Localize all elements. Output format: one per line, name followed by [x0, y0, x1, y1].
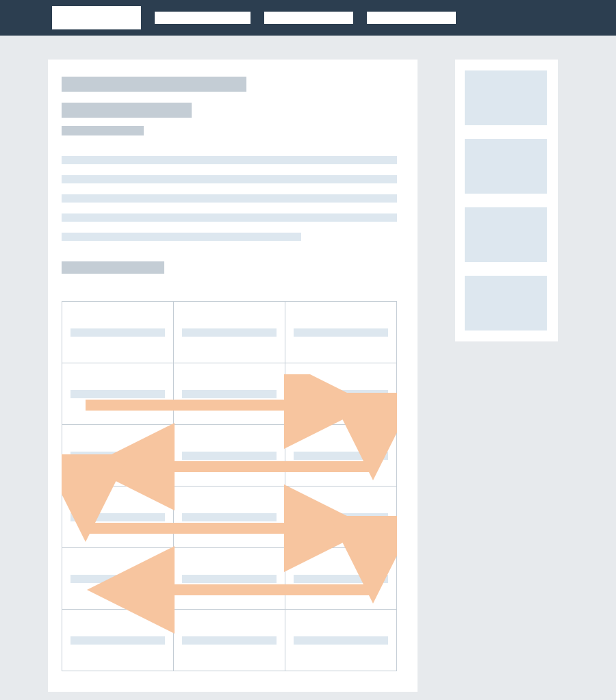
body-line	[62, 156, 397, 164]
cell-placeholder	[70, 636, 165, 645]
table-cell	[174, 610, 285, 671]
table-cell	[174, 363, 285, 425]
meta-placeholder	[62, 126, 144, 135]
table-row	[62, 548, 397, 610]
nav-item-1[interactable]	[155, 12, 251, 24]
nav-item-3[interactable]	[367, 12, 456, 24]
logo-placeholder[interactable]	[52, 6, 141, 29]
cell-placeholder	[182, 328, 277, 337]
cell-placeholder	[70, 513, 165, 521]
table-cell	[174, 548, 285, 610]
table-cell	[174, 487, 285, 548]
table-cell	[285, 548, 397, 610]
table-row	[62, 487, 397, 548]
page-body	[0, 36, 616, 692]
cell-placeholder	[182, 575, 277, 583]
table-row	[62, 610, 397, 671]
nav-item-2[interactable]	[264, 12, 353, 24]
cell-placeholder	[70, 452, 165, 460]
sidebar-tile[interactable]	[465, 139, 547, 194]
body-line	[62, 175, 397, 183]
main-content-card	[48, 60, 418, 692]
page-title-placeholder	[62, 77, 246, 92]
table-cell	[285, 363, 397, 425]
cell-placeholder	[182, 452, 277, 460]
cell-placeholder	[182, 390, 277, 398]
cell-placeholder	[294, 575, 388, 583]
table-cell	[62, 487, 174, 548]
body-line	[62, 233, 301, 241]
cell-placeholder	[70, 575, 165, 583]
table-cell	[62, 425, 174, 487]
body-line	[62, 213, 397, 222]
cell-placeholder	[294, 328, 388, 337]
sidebar	[455, 60, 558, 341]
cell-placeholder	[294, 513, 388, 521]
subtitle-placeholder	[62, 103, 192, 118]
sidebar-tile[interactable]	[465, 70, 547, 125]
table-cell	[62, 302, 174, 363]
table-cell	[285, 302, 397, 363]
table-cell	[285, 425, 397, 487]
cell-placeholder	[70, 390, 165, 398]
body-line	[62, 194, 397, 203]
data-table	[62, 301, 397, 671]
table-cell	[174, 302, 285, 363]
cell-placeholder	[294, 390, 388, 398]
table-cell	[285, 610, 397, 671]
table-cell	[174, 425, 285, 487]
table-row	[62, 425, 397, 487]
table-cell	[62, 363, 174, 425]
table-cell	[62, 548, 174, 610]
table-row	[62, 302, 397, 363]
cell-placeholder	[294, 452, 388, 460]
cell-placeholder	[182, 513, 277, 521]
cell-placeholder	[182, 636, 277, 645]
cell-placeholder	[70, 328, 165, 337]
table-cell	[285, 487, 397, 548]
sidebar-tile[interactable]	[465, 276, 547, 330]
sidebar-tile[interactable]	[465, 207, 547, 262]
cell-placeholder	[294, 636, 388, 645]
table-cell	[62, 610, 174, 671]
section-heading-placeholder	[62, 261, 164, 274]
table-row	[62, 363, 397, 425]
topbar	[0, 0, 616, 36]
